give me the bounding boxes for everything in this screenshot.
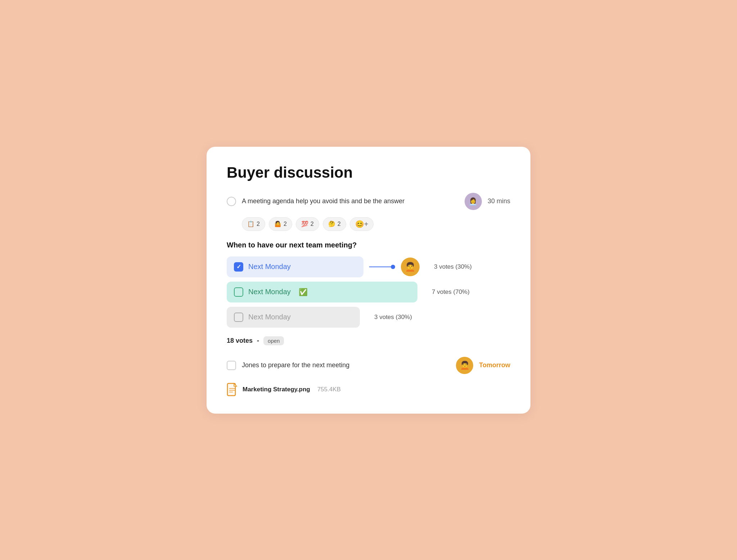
reaction-100-count: 2	[311, 221, 314, 227]
checkbox-outline-teal	[234, 287, 243, 297]
total-votes: 18 votes	[227, 337, 253, 345]
task2-due: Tomorrow	[479, 361, 510, 369]
teal-check-icon: ✅	[299, 288, 308, 296]
poll-option-1-label: Next Monday	[248, 263, 291, 271]
reaction-copy-count: 2	[257, 221, 260, 227]
line	[369, 267, 391, 267]
main-card: Buyer discussion A meeting agenda help y…	[207, 147, 530, 414]
reaction-think-emoji: 🤔	[328, 220, 335, 227]
task2-checkbox[interactable]	[227, 361, 236, 370]
poll-option-3-votes: 3 votes (30%)	[374, 314, 412, 321]
connector-line	[369, 265, 395, 269]
reaction-100-emoji: 💯	[301, 220, 308, 227]
poll-option-3-row: Next Monday 3 votes (30%)	[227, 307, 510, 328]
poll-option-2-label: Next Monday	[248, 288, 291, 296]
dot	[391, 265, 395, 269]
reaction-think[interactable]: 🤔 2	[323, 217, 346, 231]
poll-option-2-row: Next Monday ✅ 7 votes (70%)	[227, 282, 510, 302]
file-icon	[227, 383, 238, 396]
reaction-100[interactable]: 💯 2	[296, 217, 319, 231]
reaction-shrug-emoji: 🤷	[274, 220, 281, 227]
checkbox-outline-grey	[234, 313, 243, 322]
poll-option-1-votes: 3 votes (30%)	[434, 263, 472, 270]
dash: -	[257, 337, 259, 345]
poll-option-3[interactable]: Next Monday	[227, 307, 360, 328]
reaction-shrug[interactable]: 🤷 2	[269, 217, 292, 231]
task1-row: A meeting agenda help you avoid this and…	[227, 193, 510, 210]
task1-duration: 30 mins	[488, 197, 510, 205]
task1-radio[interactable]	[227, 197, 236, 206]
avatar-curly-1: 🧑‍🦱	[401, 258, 420, 276]
file-attachment-row: Marketing Strategy.png 755.4KB	[227, 383, 510, 396]
reaction-add-button[interactable]: 😊+	[350, 217, 374, 231]
votes-summary: 18 votes - open	[227, 336, 510, 345]
checkmark-icon: ✓	[236, 263, 241, 270]
poll-question: When to have our next team meeting?	[227, 241, 510, 249]
avatar-curly-2: 🧑‍🦱	[456, 357, 473, 374]
poll-status-badge: open	[263, 336, 284, 345]
checkbox-checked-blue: ✓	[234, 262, 243, 272]
reaction-think-count: 2	[338, 221, 341, 227]
page-title: Buyer discussion	[227, 164, 510, 181]
poll-option-2[interactable]: Next Monday ✅	[227, 282, 417, 302]
poll-option-1-row: ✓ Next Monday 🧑‍🦱 3 votes (30%)	[227, 256, 510, 277]
reaction-shrug-count: 2	[284, 221, 287, 227]
avatar-headset: 👩‍💼	[465, 193, 482, 210]
poll-option-3-label: Next Monday	[248, 313, 291, 321]
reaction-copy-emoji: 📋	[247, 220, 254, 227]
reaction-copy[interactable]: 📋 2	[242, 217, 265, 231]
poll-options: ✓ Next Monday 🧑‍🦱 3 votes (30%) Next Mon…	[227, 256, 510, 328]
reactions-row: 📋 2 🤷 2 💯 2 🤔 2 😊+	[242, 217, 510, 231]
task1-text: A meeting agenda help you avoid this and…	[242, 197, 459, 205]
poll-option-2-votes: 7 votes (70%)	[432, 288, 470, 296]
file-name[interactable]: Marketing Strategy.png	[243, 386, 310, 393]
poll-option-1[interactable]: ✓ Next Monday	[227, 256, 363, 277]
reaction-add-icon: 😊+	[355, 220, 368, 228]
task2-text: Jones to prepare for the next meeting	[242, 361, 450, 369]
file-size: 755.4KB	[317, 386, 341, 393]
task2-row: Jones to prepare for the next meeting 🧑‍…	[227, 357, 510, 374]
